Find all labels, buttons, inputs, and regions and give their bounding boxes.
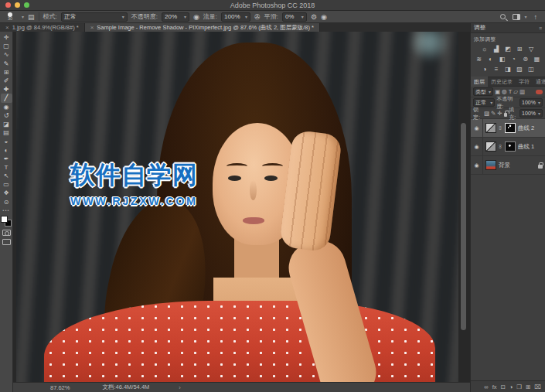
layer-row-curves-1[interactable]: ◉ ∞ 曲线 1	[471, 138, 545, 156]
flow-select[interactable]: 100% ▾	[221, 12, 250, 22]
document-tab-1[interactable]: × 1.jpg @ 84.9%(RGB/8#) *	[0, 23, 85, 32]
background-layer-thumbnail[interactable]	[485, 160, 496, 170]
airbrush-icon[interactable]: ✇	[254, 13, 261, 21]
channel-mixer-icon[interactable]: ⊚	[521, 55, 530, 63]
fill-select[interactable]: 100% ▾	[519, 109, 543, 118]
gradient-tool[interactable]: ▤	[1, 128, 12, 137]
filter-smart-object-icon[interactable]: ▥	[519, 88, 525, 95]
visibility-eye-icon[interactable]: ◉	[473, 143, 480, 150]
zoom-tool[interactable]: ⊙	[1, 198, 12, 206]
layers-opacity-select[interactable]: 100% ▾	[519, 98, 543, 107]
hue-saturation-icon[interactable]: ≋	[475, 55, 483, 63]
visibility-eye-icon[interactable]: ◉	[473, 162, 480, 169]
mode-select[interactable]: 正常 ▾	[61, 12, 128, 22]
lock-position-icon[interactable]: ✛	[497, 110, 502, 117]
link-layers-icon[interactable]: ∞	[484, 383, 488, 390]
layer-name[interactable]: 曲线 1	[518, 143, 534, 151]
delete-layer-icon[interactable]: ⌧	[534, 383, 541, 390]
curves-adjustment-thumbnail[interactable]	[485, 123, 496, 133]
pen-tool[interactable]: ✒	[1, 155, 12, 163]
marquee-tool[interactable]: ▢	[1, 42, 12, 50]
levels-icon[interactable]: ▟	[492, 45, 501, 53]
add-mask-icon[interactable]: ⊡	[500, 383, 505, 390]
dodge-tool[interactable]: ◐	[1, 145, 12, 154]
tab-channels[interactable]: 通道	[533, 77, 545, 87]
opacity-select[interactable]: 20% ▾	[162, 12, 189, 22]
close-icon[interactable]: ×	[5, 24, 9, 31]
curves-icon[interactable]: ◩	[504, 45, 513, 53]
tab-character[interactable]: 字符	[516, 77, 533, 87]
shape-tool[interactable]: ▭	[1, 180, 12, 189]
brush-preset-picker[interactable]: 30	[5, 12, 15, 21]
exposure-icon[interactable]: ⊞	[516, 45, 524, 53]
lasso-tool[interactable]: ∿	[1, 50, 12, 59]
lock-transparent-icon[interactable]: ▨	[484, 110, 489, 117]
curves-adjustment-thumbnail[interactable]	[485, 141, 496, 152]
brightness-contrast-icon[interactable]: ☼	[481, 45, 489, 53]
edit-toolbar-ellipsis[interactable]: •••	[2, 208, 9, 213]
screen-mode-button[interactable]	[2, 239, 11, 245]
new-layer-icon[interactable]: ⊞	[526, 383, 530, 390]
chevron-down-icon[interactable]: ▾	[22, 14, 24, 19]
posterize-icon[interactable]: ≡	[492, 65, 501, 73]
new-group-icon[interactable]: ❒	[516, 383, 522, 390]
threshold-icon[interactable]: ◨	[504, 65, 513, 73]
search-icon[interactable]	[500, 14, 506, 19]
layer-mask-thumbnail[interactable]	[505, 123, 516, 133]
status-menu-chevron-icon[interactable]: ›	[179, 384, 181, 391]
eraser-tool[interactable]: ◪	[1, 120, 12, 128]
close-icon[interactable]: ×	[90, 24, 94, 31]
path-selection-tool[interactable]: ↖	[1, 172, 12, 180]
gradient-map-icon[interactable]: ▨	[516, 65, 524, 73]
layer-row-curves-2[interactable]: ◉ ∞ 曲线 2	[471, 119, 545, 138]
photo-document[interactable]: 软件自学网 WWW.RJZXW.COM	[16, 32, 458, 382]
clone-stamp-tool[interactable]: ◉	[1, 103, 12, 111]
black-white-icon[interactable]: ◧	[498, 55, 506, 63]
invert-icon[interactable]: ◑	[481, 65, 489, 73]
smoothing-select[interactable]: 0% ▾	[282, 12, 307, 22]
vertical-scrollbar[interactable]	[461, 123, 466, 330]
layer-row-background[interactable]: ◉ 背景	[471, 156, 545, 175]
color-lookup-icon[interactable]: ▦	[533, 55, 541, 63]
layer-name[interactable]: 曲线 2	[518, 124, 534, 132]
layer-filter-select[interactable]: 类型 ▾	[473, 87, 493, 96]
crop-tool[interactable]: ⊞	[1, 68, 12, 77]
spot-healing-tool[interactable]: ✚	[1, 85, 12, 94]
selective-color-icon[interactable]: ◫	[527, 65, 536, 73]
tab-history[interactable]: 历史记录	[488, 77, 516, 87]
lock-image-icon[interactable]: ✎	[491, 110, 496, 117]
workspace-switcher[interactable]: ▾	[513, 14, 526, 20]
document-tab-2[interactable]: × Sample Image - Remove Shadow - PIXimpe…	[85, 23, 320, 32]
color-balance-icon[interactable]: ◐	[486, 55, 495, 63]
lock-all-icon[interactable]	[504, 113, 508, 117]
blur-tool[interactable]: ◒	[1, 137, 12, 145]
toggle-brush-panel-icon[interactable]: ▤	[28, 13, 35, 21]
layer-effects-icon[interactable]: fx	[492, 383, 497, 390]
vibrance-icon[interactable]: ▽	[527, 45, 536, 53]
eyedropper-tool[interactable]: ✐	[1, 77, 12, 85]
zoom-level-field[interactable]: 87.62%	[50, 384, 70, 391]
canvas-area[interactable]: 软件自学网 WWW.RJZXW.COM	[13, 32, 470, 382]
layer-name[interactable]: 背景	[499, 162, 510, 169]
color-swatches[interactable]	[1, 216, 12, 227]
move-tool[interactable]: ✛	[1, 33, 12, 42]
quick-selection-tool[interactable]: ✎	[1, 60, 12, 68]
history-brush-tool[interactable]: ↺	[1, 111, 12, 120]
share-icon[interactable]: ↑	[534, 13, 538, 21]
tab-adjustments[interactable]: 调整	[474, 24, 485, 32]
foreground-color-swatch[interactable]	[1, 216, 8, 223]
visibility-eye-icon[interactable]: ◉	[473, 124, 480, 131]
smoothing-options-gear-icon[interactable]: ⚙	[311, 13, 317, 21]
pressure-opacity-icon[interactable]: ◉	[193, 13, 199, 21]
panel-menu-icon[interactable]: ≡	[539, 26, 542, 31]
new-adjustment-icon[interactable]: ◑	[509, 383, 513, 390]
tab-layers[interactable]: 图层	[471, 77, 488, 87]
pressure-size-icon[interactable]: ◉	[321, 13, 327, 21]
filter-toggle[interactable]	[536, 90, 543, 94]
layer-mask-thumbnail[interactable]	[505, 141, 516, 152]
brush-tool[interactable]: ╱	[1, 94, 12, 102]
type-tool[interactable]: T	[1, 163, 12, 172]
hand-tool[interactable]: ❖	[1, 189, 12, 197]
photo-filter-icon[interactable]: ◔	[509, 55, 518, 63]
quick-mask-button[interactable]	[2, 230, 11, 236]
